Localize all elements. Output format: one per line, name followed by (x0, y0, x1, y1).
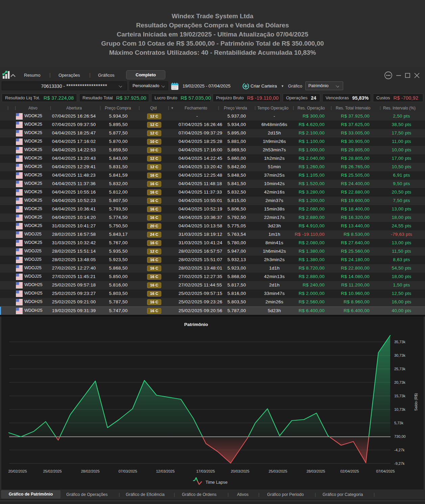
svg-text:10,73k: 10,73k (394, 407, 406, 411)
svg-text:25/02/2025: 25/02/2025 (43, 469, 62, 473)
svg-text:20/02/2025: 20/02/2025 (8, 469, 27, 473)
svg-text:20,73k: 20,73k (394, 380, 406, 384)
svg-text:Patrimônio: Patrimônio (184, 322, 208, 327)
svg-text:35,73k: 35,73k (394, 340, 406, 344)
svg-text:12/03/2025: 12/03/2025 (156, 469, 174, 473)
svg-text:30,73k: 30,73k (394, 353, 406, 357)
svg-text:-4,27k: -4,27k (394, 448, 405, 452)
svg-text:07/04/2025: 07/04/2025 (376, 469, 395, 473)
svg-text:5,73k: 5,73k (394, 421, 403, 425)
svg-text:Time Lapse: Time Lapse (206, 480, 228, 485)
svg-text:07/03/2025: 07/03/2025 (118, 469, 137, 473)
svg-text:730,00: 730,00 (394, 434, 406, 438)
svg-text:28/02/2025: 28/02/2025 (81, 469, 99, 473)
svg-text:25,73k: 25,73k (394, 367, 406, 371)
svg-text:28/03/2025: 28/03/2025 (306, 469, 325, 473)
svg-text:02/04/2025: 02/04/2025 (340, 469, 359, 473)
svg-text:25/03/2025: 25/03/2025 (268, 469, 287, 473)
svg-text:-9,27k: -9,27k (394, 461, 405, 465)
svg-text:15,73k: 15,73k (394, 394, 406, 398)
svg-text:Saldo (R$): Saldo (R$) (414, 393, 418, 411)
svg-text:20/03/2025: 20/03/2025 (231, 469, 249, 473)
svg-text:17/03/2025: 17/03/2025 (196, 469, 215, 473)
